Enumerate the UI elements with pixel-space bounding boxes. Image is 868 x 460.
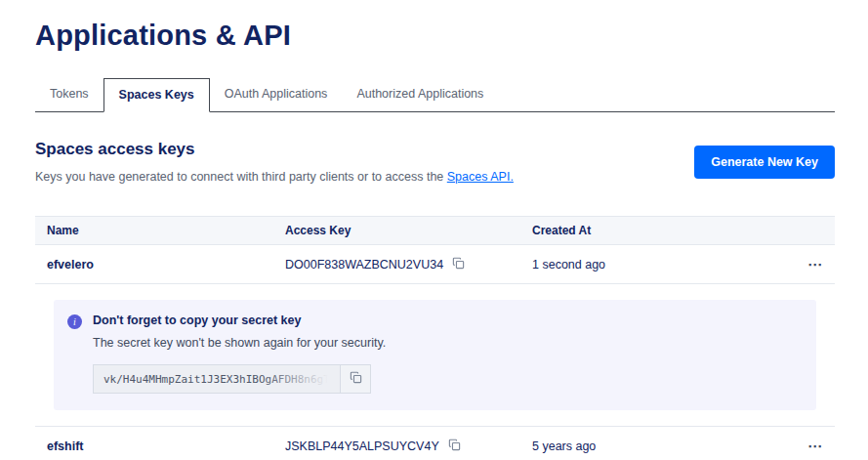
secret-key-value[interactable]: vk/H4u4MHmpZait1J3EX3hIBOgAFDH8n6gTv3H <box>93 364 341 394</box>
access-key-cell: DO00F838WAZBCNU2VU34 <box>285 257 532 272</box>
section-description: Keys you have generated to connect with … <box>35 170 514 184</box>
spaces-api-link[interactable]: Spaces API. <box>447 170 514 184</box>
access-key-cell: JSKBLP44Y5ALPSUYCV4Y <box>285 439 532 454</box>
callout-content: Don't forget to copy your secret key The… <box>93 314 386 394</box>
table-row: efshift JSKBLP44Y5ALPSUYCV4Y 5 years ago… <box>35 427 835 460</box>
secret-key-callout: i Don't forget to copy your secret key T… <box>54 300 816 410</box>
column-header-created-at: Created At <box>532 224 796 237</box>
generate-new-key-button[interactable]: Generate New Key <box>694 146 835 179</box>
copy-icon <box>350 371 362 387</box>
copy-access-key-button[interactable] <box>448 439 461 454</box>
created-at-value: 1 second ago <box>532 258 796 272</box>
column-header-name: Name <box>47 224 285 237</box>
tab-authorized-applications[interactable]: Authorized Applications <box>342 78 498 111</box>
access-key-value: JSKBLP44Y5ALPSUYCV4Y <box>285 439 439 453</box>
access-key-value: DO00F838WAZBCNU2VU34 <box>285 258 443 272</box>
callout-title: Don't forget to copy your secret key <box>93 314 386 327</box>
section-title: Spaces access keys <box>35 140 514 159</box>
table-header-row: Name Access Key Created At <box>35 216 835 245</box>
tab-spaces-keys[interactable]: Spaces Keys <box>103 78 210 112</box>
row-more-menu-icon[interactable]: ⋯ <box>796 260 823 270</box>
copy-access-key-button[interactable] <box>452 257 465 272</box>
tab-tokens[interactable]: Tokens <box>35 78 103 111</box>
row-more-menu-icon[interactable]: ⋯ <box>796 441 823 451</box>
page-title: Applications & API <box>35 20 835 52</box>
secret-key-field: vk/H4u4MHmpZait1J3EX3hIBOgAFDH8n6gTv3H <box>93 364 371 394</box>
tab-bar: Tokens Spaces Keys OAuth Applications Au… <box>35 78 835 112</box>
column-header-access-key: Access Key <box>285 224 532 237</box>
table-row: efvelero DO00F838WAZBCNU2VU34 1 second a… <box>35 245 835 284</box>
created-at-value: 5 years ago <box>532 439 796 453</box>
copy-secret-key-button[interactable] <box>341 364 371 394</box>
tab-oauth-applications[interactable]: OAuth Applications <box>210 78 343 111</box>
page-container: Applications & API Tokens Spaces Keys OA… <box>0 0 868 460</box>
keys-table: Name Access Key Created At efvelero DO00… <box>35 216 835 460</box>
key-name: efvelero <box>47 258 285 272</box>
section-header: Spaces access keys Keys you have generat… <box>35 140 835 184</box>
section-header-text: Spaces access keys Keys you have generat… <box>35 140 514 184</box>
secret-key-callout-row: i Don't forget to copy your secret key T… <box>35 284 835 427</box>
info-icon: i <box>67 314 82 329</box>
callout-subtitle: The secret key won't be shown again for … <box>93 336 386 350</box>
copy-icon <box>452 257 465 272</box>
section-description-text: Keys you have generated to connect with … <box>35 170 443 184</box>
key-name: efshift <box>47 439 285 453</box>
copy-icon <box>448 439 461 454</box>
